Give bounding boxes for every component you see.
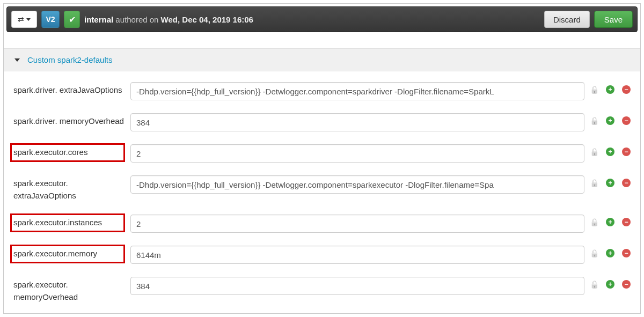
config-value-input[interactable] (130, 246, 584, 264)
section-title: Custom spark2-defaults (27, 55, 112, 64)
shuffle-icon (18, 15, 24, 24)
authored-word: authored on (115, 15, 158, 24)
discard-button[interactable]: Discard (544, 11, 590, 28)
config-actions: 🔒+− (590, 82, 634, 94)
version-toolbar: V2 ✔ internal authored on Wed, Dec 04, 2… (6, 6, 638, 32)
config-actions: 🔒+− (590, 246, 634, 257)
remove-icon[interactable]: − (622, 116, 631, 125)
config-row: spark.executor. memoryOverhead🔒+− (13, 277, 634, 303)
add-icon[interactable]: + (606, 116, 614, 125)
current-version-check[interactable]: ✔ (64, 11, 80, 28)
remove-icon[interactable]: − (622, 85, 631, 94)
config-label: spark.driver. extraJavaOptions (13, 82, 130, 97)
config-actions: 🔒+− (590, 277, 634, 289)
authored-timestamp: Wed, Dec 04, 2019 16:06 (161, 15, 253, 24)
config-label: spark.driver. memoryOverhead (13, 113, 130, 128)
config-value-input[interactable] (130, 215, 584, 233)
config-value-input[interactable] (130, 113, 584, 131)
config-list: spark.driver. extraJavaOptions🔒+−spark.d… (4, 71, 640, 303)
lock-icon[interactable]: 🔒 (590, 218, 598, 226)
lock-icon[interactable]: 🔒 (590, 280, 598, 289)
config-value-input[interactable] (130, 144, 584, 163)
add-icon[interactable]: + (606, 249, 614, 257)
config-actions: 🔒+− (590, 215, 634, 226)
config-label: spark.executor. memoryOverhead (13, 277, 130, 303)
config-value-input[interactable] (130, 277, 584, 295)
lock-icon[interactable]: 🔒 (590, 148, 598, 156)
remove-icon[interactable]: − (622, 280, 631, 289)
lock-icon[interactable]: 🔒 (590, 249, 598, 257)
config-actions: 🔒+− (590, 113, 634, 125)
config-row: spark.executor. extraJavaOptions🔒+− (13, 175, 634, 202)
lock-icon[interactable]: 🔒 (590, 85, 598, 94)
authored-text: internal authored on Wed, Dec 04, 2019 1… (84, 15, 540, 24)
version-badge[interactable]: V2 (41, 11, 60, 28)
config-row: spark.driver. extraJavaOptions🔒+− (13, 82, 634, 100)
add-icon[interactable]: + (606, 218, 614, 226)
add-icon[interactable]: + (606, 179, 614, 187)
config-label: spark.executor.memory (11, 246, 124, 262)
config-actions: 🔒+− (590, 175, 634, 187)
lock-icon[interactable]: 🔒 (590, 116, 598, 125)
section-toggle[interactable]: Custom spark2-defaults (4, 48, 640, 71)
caret-down-icon (14, 58, 20, 62)
remove-icon[interactable]: − (622, 218, 631, 226)
lock-icon[interactable]: 🔒 (590, 179, 598, 187)
add-icon[interactable]: + (606, 148, 614, 156)
config-row: spark.executor.memory🔒+− (13, 246, 634, 264)
config-panel: V2 ✔ internal authored on Wed, Dec 04, 2… (3, 3, 641, 314)
caret-down-icon (26, 18, 31, 21)
config-actions: 🔒+− (590, 144, 634, 156)
save-button[interactable]: Save (594, 11, 633, 28)
config-label: spark.executor.instances (11, 215, 124, 231)
config-row: spark.executor.instances🔒+− (13, 215, 634, 233)
config-row: spark.driver. memoryOverhead🔒+− (13, 113, 634, 131)
remove-icon[interactable]: − (622, 179, 631, 187)
author-name: internal (84, 15, 113, 24)
compare-versions-button[interactable] (11, 11, 37, 28)
config-value-input[interactable] (130, 82, 584, 100)
config-label: spark.executor.cores (11, 144, 124, 161)
config-label: spark.executor. extraJavaOptions (13, 175, 130, 202)
add-icon[interactable]: + (606, 85, 614, 94)
check-icon: ✔ (69, 14, 76, 25)
remove-icon[interactable]: − (622, 249, 631, 257)
config-row: spark.executor.cores🔒+− (13, 144, 634, 163)
add-icon[interactable]: + (606, 280, 614, 289)
remove-icon[interactable]: − (622, 148, 631, 156)
config-value-input[interactable] (130, 175, 584, 194)
